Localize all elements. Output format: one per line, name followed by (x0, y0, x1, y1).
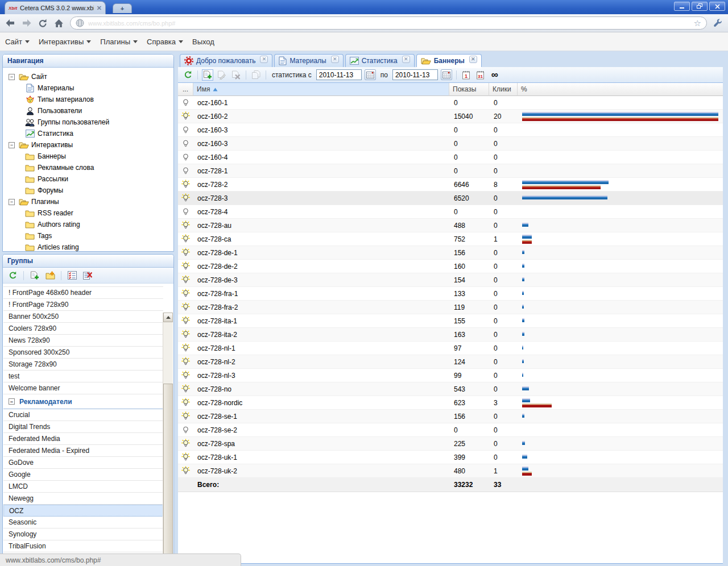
menubar-item[interactable]: Интерактивы (39, 38, 91, 46)
tree-item[interactable]: Tags (3, 230, 173, 242)
table-row[interactable]: ocz-728-uk-24801 (178, 464, 723, 478)
table-row[interactable]: ocz-160-21504020 (178, 110, 723, 123)
table-row[interactable]: ocz-728-nordic6233 (178, 396, 723, 410)
add-icon[interactable] (202, 69, 213, 81)
restore-button[interactable] (692, 2, 708, 11)
all-time-icon[interactable]: ∞ (489, 69, 500, 81)
tree-item[interactable]: Authors rating (3, 219, 173, 230)
bulb-on-icon[interactable] (178, 110, 193, 123)
checklist-icon[interactable] (67, 270, 78, 281)
tab-close-icon[interactable]: ✕ (331, 56, 339, 63)
date-from-input[interactable] (316, 69, 362, 80)
table-row[interactable]: ocz-728-400 (178, 205, 723, 219)
bulb-off-icon[interactable] (178, 96, 193, 109)
address-bar[interactable]: www.xbitlabs.com/cms/bo.php# ☆ (70, 16, 707, 30)
tree-item[interactable]: Форумы (3, 185, 173, 196)
calendar-picker-icon[interactable] (365, 69, 376, 80)
refresh-icon[interactable] (7, 270, 18, 281)
bulb-off-icon[interactable] (178, 151, 193, 164)
bulb-off-icon[interactable] (178, 164, 193, 177)
tree-item[interactable]: −Сайт (3, 71, 173, 82)
date-to-input[interactable] (392, 69, 438, 80)
tree-item[interactable]: −Интерактивы (3, 139, 173, 151)
forward-button[interactable] (22, 19, 32, 27)
column-header-clicks[interactable]: Клики (489, 83, 518, 96)
tab-close-icon[interactable]: ✕ (97, 5, 102, 11)
new-tab-button[interactable]: + (113, 3, 132, 13)
add-item-icon[interactable] (29, 270, 40, 281)
table-row[interactable]: ocz-728-de-21600 (178, 260, 723, 273)
collapse-icon[interactable]: − (9, 74, 15, 80)
bulb-on-icon[interactable] (178, 451, 193, 464)
bulb-on-icon[interactable] (178, 301, 193, 314)
table-row[interactable]: ocz-160-300 (178, 123, 723, 137)
tab-close-icon[interactable]: ✕ (469, 56, 477, 63)
bulb-off-icon[interactable] (178, 205, 193, 218)
list-item[interactable]: TribalFusion (3, 540, 163, 552)
advertisers-section-header[interactable]: −Рекламодатели (3, 394, 163, 409)
home-button[interactable] (54, 19, 64, 28)
bulb-on-icon[interactable] (178, 178, 193, 191)
table-row[interactable]: ocz-728-se-11560 (178, 410, 723, 423)
bulb-on-icon[interactable] (178, 287, 193, 300)
table-row[interactable]: ocz-728-fra-21190 (178, 301, 723, 314)
menubar-item[interactable]: Выход (192, 38, 214, 46)
bulb-on-icon[interactable] (178, 246, 193, 259)
column-header-more[interactable]: ... (178, 83, 193, 96)
bulb-on-icon[interactable] (178, 410, 193, 423)
bulb-on-icon[interactable] (178, 192, 193, 205)
tree-item[interactable]: −Плагины (3, 196, 173, 207)
refresh-icon[interactable] (182, 69, 193, 81)
table-row[interactable]: ocz-728-no5430 (178, 382, 723, 396)
table-row[interactable]: ocz-728-uk-13990 (178, 451, 723, 464)
calendar-month-icon[interactable]: 31 (475, 69, 486, 81)
table-row[interactable]: ocz-728-nl-3990 (178, 369, 723, 382)
table-row[interactable]: ocz-728-de-31540 (178, 273, 723, 287)
groups-scrollbar[interactable] (163, 313, 173, 566)
list-item[interactable]: Welcome banner (3, 382, 163, 394)
list-item[interactable]: Digital Trends (3, 421, 163, 433)
bulb-off-icon[interactable] (178, 137, 193, 150)
reload-button[interactable] (38, 19, 48, 28)
column-header-name[interactable]: Имя (193, 83, 449, 96)
table-row[interactable]: ocz-728-au4880 (178, 219, 723, 232)
list-item[interactable]: Coolers 728x90 (3, 323, 163, 335)
collapse-icon[interactable]: − (9, 398, 15, 405)
list-item[interactable]: Banner 500x250 (3, 311, 163, 323)
list-item[interactable]: Newegg (3, 493, 163, 505)
tree-item[interactable]: Пользователи (3, 105, 173, 116)
menubar-item[interactable]: Плагины (100, 38, 138, 46)
tree-item[interactable]: Рекламные слова (3, 162, 173, 173)
list-item[interactable]: Seasonic (3, 517, 163, 528)
tab-active[interactable]: Баннеры✕ (416, 54, 482, 67)
list-item[interactable]: Google (3, 469, 163, 481)
bulb-on-icon[interactable] (178, 328, 193, 341)
table-row[interactable]: ocz-728-fra-11330 (178, 287, 723, 301)
bulb-on-icon[interactable] (178, 355, 193, 368)
list-item[interactable]: Crucial (3, 409, 163, 421)
bulb-on-icon[interactable] (178, 232, 193, 245)
scrollbar-thumb[interactable] (163, 384, 173, 566)
tree-item[interactable]: Статистика (3, 128, 173, 139)
list-item[interactable]: GoDove (3, 457, 163, 469)
delete-list-icon[interactable] (82, 270, 93, 281)
tree-item[interactable]: Материалы (3, 82, 173, 94)
column-header-shows[interactable]: Показы (449, 83, 489, 96)
calendar-picker-icon[interactable] (441, 69, 452, 80)
scroll-up-icon[interactable] (163, 313, 173, 322)
table-row[interactable]: ocz-728-se-200 (178, 423, 723, 437)
table-row[interactable]: ocz-728-spa2250 (178, 437, 723, 451)
list-item[interactable]: Synology (3, 528, 163, 540)
bulb-on-icon[interactable] (178, 369, 193, 382)
table-row[interactable]: ocz-728-nl-21240 (178, 355, 723, 369)
table-row[interactable]: ocz-160-300 (178, 137, 723, 151)
add-folder-icon[interactable] (44, 270, 56, 281)
tree-item[interactable]: Articles rating (3, 242, 173, 253)
tab-item[interactable]: Статистика✕ (345, 54, 415, 67)
tree-item[interactable]: Баннеры (3, 151, 173, 162)
list-item[interactable]: News 728x90 (3, 335, 163, 347)
bulb-on-icon[interactable] (178, 342, 193, 355)
browser-tab[interactable]: Xbit Cetera CMS 3.0.2 www.xbi... ✕ (5, 1, 106, 14)
table-row[interactable]: ocz-728-365200 (178, 192, 723, 205)
list-item[interactable]: test (3, 371, 163, 382)
